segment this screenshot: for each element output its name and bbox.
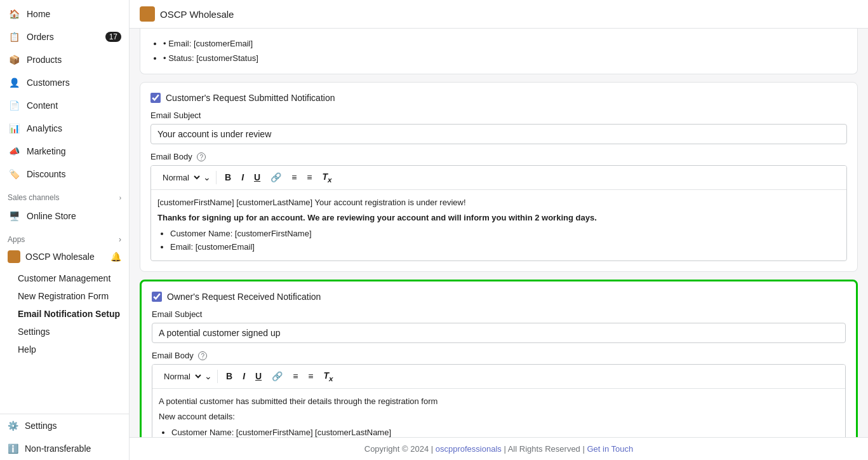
sidebar-item-marketing[interactable]: 📣 Marketing (0, 140, 129, 163)
online-store-icon: 🖥️ (8, 210, 20, 222)
footer: Copyright © 2024 | oscpprofessionals | A… (130, 437, 868, 460)
sidebar-item-label: Content (27, 100, 121, 111)
app-logo-icon (8, 250, 20, 263)
unordered-list-button[interactable]: ≡ (304, 170, 315, 184)
sidebar-sub-item-new-registration-form[interactable]: New Registration Form (0, 287, 129, 305)
analytics-icon: 📊 (8, 122, 20, 135)
owner-format-select[interactable]: Normal (159, 370, 203, 383)
italic-button[interactable]: I (238, 170, 247, 184)
sidebar-sub-item-settings[interactable]: Settings (0, 323, 129, 341)
footer-copyright: Copyright © 2024 | (364, 444, 433, 454)
app-topbar-icon (140, 6, 155, 22)
customer-request-section: Customer's Request Submitted Notificatio… (140, 82, 858, 272)
topbar: OSCP Wholesale (130, 0, 868, 29)
footer-link-2[interactable]: Get in Touch (587, 444, 633, 454)
app-title: OSCP Wholesale 🔔 (0, 247, 129, 267)
owner-body-line2: New account details: (159, 410, 839, 424)
owner-ordered-list-button[interactable]: ≡ (290, 369, 301, 383)
sidebar-item-non-transferable[interactable]: ℹ️ Non-transferable (0, 437, 129, 460)
owner-request-title: Owner's Request Received Notification (167, 292, 321, 302)
sidebar-item-label: Marketing (27, 146, 121, 156)
owner-body-bullet-1: Customer Name: [customerFirstName] [cust… (171, 426, 839, 437)
body-line2-bold: Thanks for signing up for an account. We… (157, 212, 840, 225)
sidebar-item-label: Discounts (27, 169, 121, 179)
topbar-app-name: OSCP Wholesale (160, 9, 234, 20)
body-bullet-2: Email: [customerEmail] (170, 241, 840, 254)
marketing-icon: 📣 (8, 145, 20, 158)
customer-body-editor: Normal ⌄ B I U 🔗 ≡ ≡ Tx [customerFirstNa… (150, 165, 847, 261)
owner-subject-label: Email Subject (152, 309, 846, 319)
format-select-wrap: Normal ⌄ (157, 171, 217, 184)
underline-button[interactable]: U (251, 170, 264, 184)
clear-format-button[interactable]: Tx (319, 170, 335, 186)
owner-unordered-list-button[interactable]: ≡ (305, 369, 316, 383)
settings-icon: ⚙️ (8, 421, 18, 431)
bell-icon: 🔔 (110, 252, 121, 262)
sidebar-item-label: Analytics (27, 123, 121, 133)
body-bullet-1: Customer Name: [customerFirstName] (170, 227, 840, 241)
owner-body-content[interactable]: A potential customer has submitted their… (152, 389, 845, 437)
info-tooltip-icon-2: ? (198, 351, 207, 360)
customer-request-checkbox[interactable] (150, 93, 161, 103)
customers-icon: 👤 (8, 76, 20, 89)
customer-subject-input[interactable]: Your account is under review (150, 124, 847, 144)
orders-badge: 17 (105, 32, 121, 42)
owner-format-select-wrap: Normal ⌄ (159, 370, 218, 383)
format-select[interactable]: Normal (157, 171, 202, 184)
sales-channels-section: Sales channels › (0, 186, 129, 205)
customer-request-header: Customer's Request Submitted Notificatio… (150, 93, 847, 103)
main-content: OSCP Wholesale • Email: [customerEmail] … (130, 0, 868, 460)
owner-link-button[interactable]: 🔗 (269, 369, 286, 383)
sidebar-item-label: Customers (27, 78, 121, 88)
owner-request-checkbox[interactable] (152, 292, 162, 302)
link-button[interactable]: 🔗 (267, 170, 284, 184)
products-icon: 📦 (8, 53, 20, 66)
sidebar-item-label: Home (27, 9, 121, 19)
sidebar-item-customers[interactable]: 👤 Customers (0, 71, 129, 94)
footer-separator: | All Rights Reserved | (504, 444, 584, 454)
owner-bold-button[interactable]: B (223, 369, 236, 383)
home-icon: 🏠 (8, 8, 20, 20)
content-icon: 📄 (8, 99, 20, 112)
chevron-right-icon: › (119, 194, 121, 201)
sidebar-item-discounts[interactable]: 🏷️ Discounts (0, 163, 129, 186)
partial-line-1: • Email: [customerEmail] (163, 36, 847, 51)
content-area: • Email: [customerEmail] • Status: [cust… (130, 29, 868, 437)
owner-subject-input[interactable]: A potential customer signed up (152, 323, 846, 343)
sidebar-item-analytics[interactable]: 📊 Analytics (0, 117, 129, 140)
footer-link-1[interactable]: oscpprofessionals (436, 444, 502, 454)
sidebar-sub-item-customer-management[interactable]: Customer Management (0, 269, 129, 287)
sidebar-item-label: Orders (27, 32, 99, 42)
customer-body-label: Email Body ? (150, 152, 847, 161)
sidebar-sub-item-help[interactable]: Help (0, 341, 129, 358)
discounts-icon: 🏷️ (8, 168, 20, 180)
owner-body-editor: Normal ⌄ B I U 🔗 ≡ ≡ Tx A potential cust… (152, 364, 846, 437)
ordered-list-button[interactable]: ≡ (288, 170, 300, 184)
sidebar-item-home[interactable]: 🏠 Home (0, 3, 129, 25)
sidebar-item-settings[interactable]: ⚙️ Settings (0, 414, 129, 437)
owner-clear-format-button[interactable]: Tx (320, 369, 336, 384)
owner-underline-button[interactable]: U (252, 369, 265, 383)
owner-body-line1: A potential customer has submitted their… (159, 395, 839, 409)
sidebar-item-products[interactable]: 📦 Products (0, 48, 129, 71)
partial-line-2: • Status: [customerStatus] (163, 51, 847, 65)
sidebar-item-online-store[interactable]: 🖥️ Online Store (0, 205, 129, 227)
sidebar-item-orders[interactable]: 📋 Orders 17 (0, 25, 129, 48)
sidebar-bottom: ⚙️ Settings ℹ️ Non-transferable (0, 414, 129, 460)
chevron-right-icon: › (119, 235, 121, 244)
body-line1: [customerFirstName] [customerLastName] Y… (157, 196, 840, 210)
customer-request-title: Customer's Request Submitted Notificatio… (166, 93, 335, 103)
customer-editor-toolbar: Normal ⌄ B I U 🔗 ≡ ≡ Tx (151, 166, 846, 190)
owner-italic-button[interactable]: I (239, 369, 248, 383)
owner-request-section: Owner's Request Received Notification Em… (140, 280, 858, 437)
orders-icon: 📋 (8, 30, 20, 43)
owner-body-label: Email Body ? (152, 351, 846, 360)
select-chevron-icon: ⌄ (203, 172, 211, 182)
info-icon: ℹ️ (8, 443, 18, 454)
sidebar-item-content[interactable]: 📄 Content (0, 94, 129, 117)
sidebar: 🏠 Home 📋 Orders 17 📦 Products 👤 Customer… (0, 0, 130, 460)
customer-body-content[interactable]: [customerFirstName] [customerLastName] Y… (151, 190, 846, 260)
bold-button[interactable]: B (222, 170, 234, 184)
sidebar-sub-item-email-notification-setup[interactable]: Email Notification Setup (0, 305, 129, 323)
app-sub-items: Customer Management New Registration For… (0, 267, 129, 361)
